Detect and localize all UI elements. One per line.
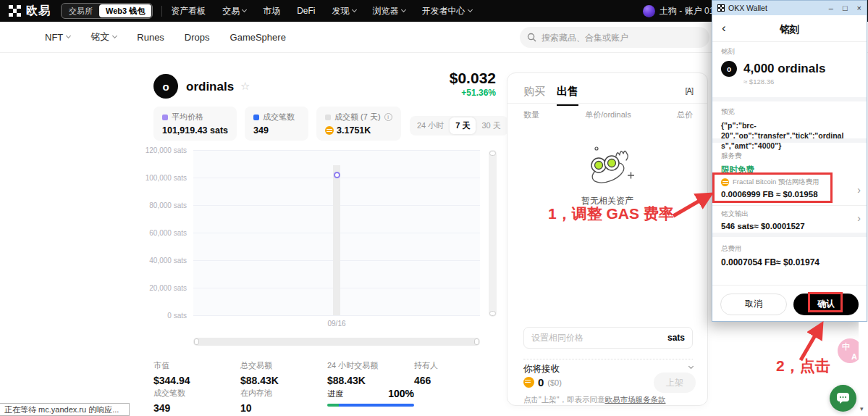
chart-vertical-zoom-slider[interactable] xyxy=(489,150,497,317)
token-logo: o xyxy=(153,74,178,99)
toggle-exchange[interactable]: 交易所 xyxy=(62,4,99,18)
chevron-down-icon xyxy=(468,7,473,12)
divider xyxy=(507,103,707,104)
confirm-button[interactable]: 确认 xyxy=(793,294,859,315)
toggle-web3-wallet[interactable]: Web3 钱包 xyxy=(99,4,151,17)
binoculars-icon xyxy=(580,144,635,189)
search-bar[interactable] xyxy=(520,27,709,48)
same-price-field: sats xyxy=(523,327,693,349)
progress-label: 进度 xyxy=(327,388,343,399)
inscribe-section: 铭刻 o 4,000 ordinals ≈ $128.36 xyxy=(721,47,859,86)
y-axis-tick: 60,000 sats xyxy=(130,229,187,237)
chart-horizontal-zoom-slider[interactable] xyxy=(193,338,480,346)
subnav-gamesphere[interactable]: GameSphere xyxy=(230,32,286,43)
nav-trade[interactable]: 交易 xyxy=(222,5,246,17)
wallet-titlebar: OKX Wallet – □ × xyxy=(712,1,867,15)
network-fee-label: Fractal Bitcoin 预估网络费用 xyxy=(733,178,819,187)
same-price-input[interactable] xyxy=(531,333,663,343)
output-value: 546 sats≈ $0.0001527 xyxy=(721,222,850,230)
info-icon[interactable]: i xyxy=(384,113,392,121)
nav-assets[interactable]: 资产看板 xyxy=(171,5,206,17)
maximize-icon[interactable]: □ xyxy=(843,4,848,12)
inscription-output-row[interactable]: 铭文输出 546 sats≈ $0.0001527 xyxy=(721,209,850,230)
col-unit-price: 单价/ordinals xyxy=(585,109,631,120)
price-unit: sats xyxy=(667,333,685,343)
scroll-down-icon[interactable]: ▾ xyxy=(860,405,864,412)
slider-handle[interactable] xyxy=(489,311,496,316)
stat-trade-count: 成交笔数349 xyxy=(153,388,237,414)
batch-list-icon[interactable]: [A] xyxy=(686,86,693,95)
subnav-drops[interactable]: Drops xyxy=(185,32,210,43)
slider-handle[interactable] xyxy=(474,338,479,345)
page: 欧易 交易所 Web3 钱包 资产看板 交易 市场 DeFi 发现 浏览器 开发… xyxy=(0,0,868,416)
progress-bar xyxy=(327,404,414,407)
y-axis-tick: 40,000 sats xyxy=(130,257,187,265)
total-label: 总费用 xyxy=(721,244,859,254)
legend-dot xyxy=(325,115,331,120)
slider-handle[interactable] xyxy=(194,338,199,345)
okx-wallet-popup: OKX Wallet – □ × ‹ 铭刻 铭刻 o 4,000 ordinal… xyxy=(712,0,867,322)
price-point[interactable] xyxy=(334,172,340,178)
progress-value: 100% xyxy=(388,388,414,399)
sell-panel: 购买 出售 [A] 数量 单价/ordinals 总价 暂无相关资产 xyxy=(507,72,708,406)
range-30d[interactable]: 30 天 xyxy=(476,117,506,134)
preview-label: 预览 xyxy=(721,107,859,117)
nav-defi[interactable]: DeFi xyxy=(297,6,315,16)
page-title: ordinals xyxy=(186,80,234,94)
receive-label: 你将接收 xyxy=(523,363,560,375)
subnav-runes[interactable]: Runes xyxy=(137,32,164,43)
wallet-window-title: OKX Wallet xyxy=(728,4,767,12)
stat-market-cap: 市值$344.94 xyxy=(153,360,237,386)
subnav-inscriptions[interactable]: 铭文 xyxy=(90,30,117,43)
close-icon[interactable]: × xyxy=(857,4,861,12)
subnav-items: NFT 铭文 Runes Drops GameSphere xyxy=(0,30,286,43)
search-icon xyxy=(527,33,536,42)
service-fee-label: 服务费 xyxy=(721,151,859,161)
okx-brand[interactable]: 欧易 xyxy=(9,4,51,19)
price-bar[interactable] xyxy=(333,165,340,315)
gridline xyxy=(193,315,480,316)
account-menu[interactable]: 土狗 - 账户 01 xyxy=(643,0,722,22)
range-24h[interactable]: 24 小时 xyxy=(411,117,450,134)
translate-icon: 中 xyxy=(842,341,850,352)
col-total: 总价 xyxy=(677,109,693,120)
slider-handle[interactable] xyxy=(489,151,496,156)
nav-discover[interactable]: 发现 xyxy=(332,5,356,17)
nav-developer[interactable]: 开发者中心 xyxy=(422,5,472,17)
total-value: 0.0007054 FB≈ $0.01974 xyxy=(721,257,859,267)
annotation-step2: 2，点击 xyxy=(776,356,830,376)
subnav-nft[interactable]: NFT xyxy=(45,32,70,43)
terms-link[interactable]: 欧易市场服务条款 xyxy=(604,395,665,404)
wallet-nav: ‹ 铭刻 xyxy=(712,15,867,41)
okx-wallet-logo-icon xyxy=(717,4,725,12)
page-scrollbar-track[interactable] xyxy=(859,322,868,416)
chat-bubble-icon xyxy=(836,392,850,404)
price-chart: 120,000 sats100,000 sats80,000 sats60,00… xyxy=(130,145,501,348)
inscribe-usd: ≈ $128.36 xyxy=(743,78,859,86)
favorite-star-icon[interactable]: ☆ xyxy=(240,80,250,93)
preview-section: 预览 {"p":"brc- 20","op":"transfer","tick"… xyxy=(721,107,859,151)
inscription-json: {"p":"brc- 20","op":"transfer","tick":"o… xyxy=(721,120,859,151)
chevron-right-icon[interactable]: › xyxy=(857,212,861,224)
time-range-switch: 24 小时 7 天 30 天 xyxy=(410,116,508,136)
network-fee-row[interactable]: Fractal Bitcoin 预估网络费用 0.0006999 FB ≈ $0… xyxy=(721,178,850,199)
section-gap xyxy=(712,138,867,143)
receive-amount-row: 0 ($0) xyxy=(523,376,562,388)
stat-cards: 平均价格 101,919.43 sats 成交笔数 349 成交额 (7 天)i… xyxy=(153,107,401,141)
nav-explorer[interactable]: 浏览器 xyxy=(373,5,405,17)
list-button[interactable]: 上架 xyxy=(654,373,696,393)
progress-segment xyxy=(327,404,339,407)
receive-amount: 0 xyxy=(538,376,544,388)
search-input[interactable] xyxy=(542,33,686,43)
chevron-down-icon xyxy=(401,7,406,12)
cancel-button[interactable]: 取消 xyxy=(720,294,787,315)
account-name: 土狗 - 账户 01 xyxy=(660,5,714,17)
chevron-right-icon[interactable]: › xyxy=(857,184,861,196)
minimize-icon[interactable]: – xyxy=(829,4,833,12)
nav-markets[interactable]: 市场 xyxy=(263,5,280,17)
total-fee-section: 总费用 0.0007054 FB≈ $0.01974 xyxy=(721,244,859,267)
progress-segment xyxy=(339,404,414,407)
stat-holders: 持有人466 xyxy=(414,360,497,386)
chat-support-button[interactable] xyxy=(830,385,856,412)
range-7d[interactable]: 7 天 xyxy=(450,117,476,134)
